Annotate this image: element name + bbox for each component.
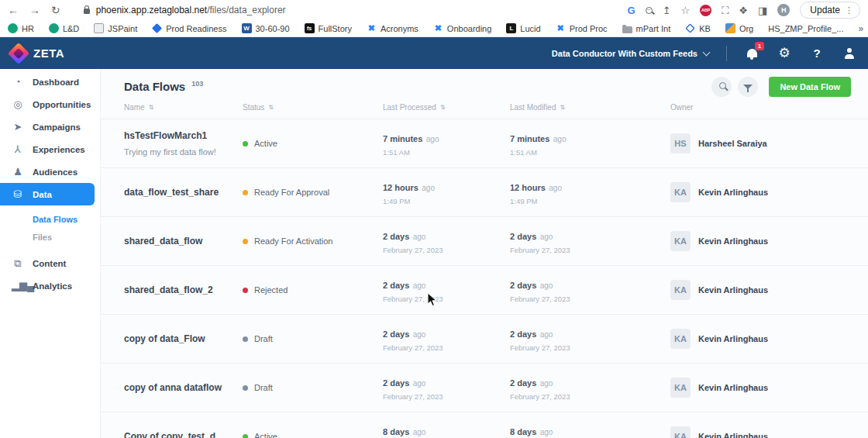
flow-name[interactable]: copy of data_Flow — [124, 333, 243, 344]
capture-icon[interactable]: ⛶ — [722, 5, 728, 16]
bookmarks-overflow-icon[interactable]: » — [858, 23, 863, 34]
ago-label: ago — [413, 233, 426, 241]
status-dot-icon — [243, 141, 248, 147]
table-row[interactable]: data_flow_test_share Ready For Approval … — [101, 167, 868, 216]
sidebar-item-content[interactable]: ⧉ Content — [0, 252, 100, 274]
bookmark-item[interactable]: ✖ Prod Proc — [556, 23, 608, 33]
back-button[interactable]: ← — [8, 5, 19, 16]
owner-avatar: KA — [670, 280, 691, 300]
last-processed-cell: 2 days ago February 27, 2023 — [383, 375, 510, 401]
sidebar-item-opportunities[interactable]: ◎ Opportunities — [0, 93, 100, 116]
teal-leaf-icon — [8, 23, 18, 33]
search-button[interactable] — [711, 77, 732, 97]
bookmark-star-icon[interactable]: ☆ — [681, 5, 691, 16]
forward-button[interactable]: → — [29, 5, 40, 16]
environment-selector[interactable]: Data Conductor With Custom Feeds — [552, 49, 709, 58]
update-button[interactable]: Update⋮ — [800, 2, 860, 19]
bookmark-item[interactable]: mPart Int — [622, 24, 671, 33]
adblock-icon[interactable]: ABP — [700, 5, 711, 16]
new-data-flow-button[interactable]: New Data Flow — [769, 77, 851, 97]
sidebar-item-data[interactable]: ⛁ Data — [0, 183, 95, 205]
flow-name[interactable]: copy of anna dataflow — [124, 382, 243, 393]
bookmark-item[interactable]: Prod Readiness — [152, 23, 226, 33]
app-body: ◔ Dashboard ◎ Opportunities ➤ Campaigns … — [0, 69, 868, 438]
bookmark-item[interactable]: HS_ZMP_Profile_... — [768, 24, 843, 33]
google-icon[interactable]: G — [628, 5, 636, 16]
column-header-status[interactable]: Status ⇅ — [243, 103, 383, 112]
status-cell: Ready For Approval — [243, 188, 383, 197]
address-bar[interactable]: phoenix.app.zetaglobal.net/files/data_ex… — [84, 5, 286, 16]
notifications-button[interactable]: 1 — [744, 46, 760, 61]
bookmark-item[interactable]: ✖ Onboarding — [433, 23, 492, 33]
column-header-name[interactable]: Name ⇅ — [124, 103, 243, 112]
bookmark-item[interactable]: L Lucid — [506, 23, 540, 33]
name-cell: copy of data_Flow — [124, 333, 243, 344]
bookmark-label: Prod Readiness — [166, 24, 226, 33]
sidebar-item-label: Analytics — [33, 281, 72, 291]
bookmark-item[interactable]: L&D — [49, 23, 79, 33]
menu-kebab-icon[interactable]: ⋮ — [845, 5, 853, 16]
blue-x-icon: ✖ — [556, 23, 566, 33]
url-text[interactable]: phoenix.app.zetaglobal.net/files/data_ex… — [96, 5, 286, 16]
flow-name[interactable]: data_flow_test_share — [124, 187, 243, 198]
bookmark-item[interactable]: JSPaint — [94, 23, 137, 33]
filter-button[interactable] — [738, 77, 758, 97]
navbar-right: Data Conductor With Custom Feeds 1 ⚙ ? — [552, 46, 857, 61]
last-modified-cell: 2 days ago February 27, 2023 — [510, 278, 670, 303]
table-row[interactable]: copy of anna dataflow Draft 2 days ago F… — [101, 363, 868, 412]
flow-name[interactable]: shared_data_flow — [124, 236, 243, 247]
sidebar-item-dashboard[interactable]: ◔ Dashboard — [0, 71, 100, 93]
table-row[interactable]: shared_data_flow Ready For Activation 2 … — [101, 216, 868, 265]
sidebar-item-campaigns[interactable]: ➤ Campaigns — [0, 116, 100, 138]
bookmark-item[interactable]: HR — [8, 23, 34, 33]
zoom-icon[interactable] — [646, 7, 653, 14]
last-processed-cell: 2 days ago February 27, 2023 — [383, 278, 510, 303]
table-row[interactable]: copy of data_Flow Draft 2 days ago Febru… — [101, 314, 868, 363]
sidebar-subitem-files[interactable]: Files — [0, 228, 100, 246]
browser-profile-avatar[interactable]: H — [777, 4, 790, 16]
last-processed-cell: 8 days ago February 22, 2023 — [383, 424, 510, 438]
side-panel-icon[interactable]: ◨ — [758, 5, 767, 16]
last-modified-cell: 2 days ago February 27, 2023 — [510, 375, 670, 401]
owner-avatar: HS — [670, 133, 691, 153]
word-icon: W — [242, 23, 252, 33]
bookmark-item[interactable]: KB — [685, 23, 711, 33]
bookmark-item[interactable]: W 30-60-90 — [242, 23, 290, 33]
table-row[interactable]: shared_data_flow_2 Rejected 2 days ago F… — [101, 265, 868, 314]
sort-icon[interactable]: ⇅ — [268, 104, 274, 111]
zeta-brand[interactable]: ZETA — [11, 46, 64, 61]
fullstory-icon: fs — [305, 23, 315, 33]
bookmark-label: mPart Int — [636, 24, 671, 33]
sort-icon[interactable]: ⇅ — [560, 104, 565, 111]
bookmark-label: HS_ZMP_Profile_... — [768, 24, 843, 33]
help-button[interactable]: ? — [809, 46, 825, 61]
column-header-owner[interactable]: Owner — [670, 103, 868, 112]
sidebar-item-analytics[interactable]: ▂▆▄ Analytics — [0, 274, 100, 297]
sort-icon[interactable]: ⇅ — [440, 104, 446, 111]
table-row[interactable]: Copy of copy_test_d... Active 8 days ago… — [101, 412, 868, 438]
sort-icon[interactable]: ⇅ — [149, 104, 154, 111]
owner-cell: HS Harsheel Saraiya — [670, 133, 868, 153]
flow-description: Trying my first data flow! — [124, 147, 243, 157]
flow-name[interactable]: shared_data_flow_2 — [124, 285, 243, 295]
bookmark-item[interactable]: fs FullStory — [305, 23, 352, 33]
sidebar-item-experiences[interactable]: ⅄ Experiences — [0, 138, 100, 160]
reload-button[interactable]: ↻ — [51, 5, 60, 16]
sidebar-item-label: Campaigns — [33, 122, 81, 132]
flow-name[interactable]: Copy of copy_test_d... — [124, 431, 243, 438]
last-modified-cell: 2 days ago February 27, 2023 — [510, 229, 670, 254]
extensions-icon[interactable]: ❖ — [739, 5, 748, 16]
column-header-last-processed[interactable]: Last Processed ⇅ — [383, 103, 510, 112]
share-icon[interactable]: ↥ — [663, 5, 671, 16]
bookmark-item[interactable]: Org — [725, 23, 753, 33]
column-header-last-modified[interactable]: Last Modified ⇅ — [510, 103, 670, 112]
sidebar-subitem-data-flows[interactable]: Data Flows — [0, 210, 100, 228]
ago-label: ago — [540, 233, 553, 241]
owner-cell: KA Kevin Arlinghaus — [670, 280, 868, 300]
table-row[interactable]: hsTestFlowMarch1 Trying my first data fl… — [101, 119, 868, 167]
bookmark-item[interactable]: ✖ Acronyms — [367, 23, 418, 33]
sidebar-item-audiences[interactable]: ♟ Audiences — [0, 160, 100, 183]
settings-button[interactable]: ⚙ — [777, 46, 792, 61]
flow-name[interactable]: hsTestFlowMarch1 — [124, 130, 243, 141]
profile-button[interactable] — [842, 46, 857, 61]
